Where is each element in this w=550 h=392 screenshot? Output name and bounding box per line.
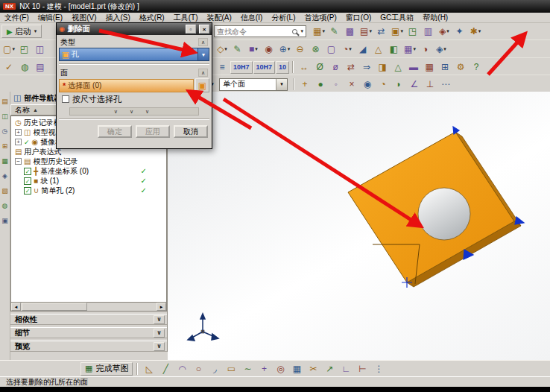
resize-face-icon[interactable]: ▬ — [406, 60, 421, 74]
intersect-icon[interactable]: ⊗ — [309, 42, 323, 56]
web-browser-icon[interactable]: ◍ — [2, 202, 8, 209]
expression-icon[interactable]: ≡ — [215, 60, 230, 74]
chevron-down-icon[interactable]: ∨ — [154, 342, 165, 351]
quick-trim-icon[interactable]: ✂ — [306, 362, 320, 376]
pattern-feature-icon[interactable]: ▦▾ — [402, 42, 417, 56]
intersection-point-icon[interactable]: × — [344, 78, 359, 91]
assembly-navigator-icon[interactable]: ▤ — [1, 98, 8, 105]
scroll-left-icon[interactable]: ◂ — [11, 303, 21, 311]
new-file-icon[interactable]: ▢▾ — [1, 42, 16, 56]
shaded-display-icon[interactable]: ◍ — [17, 60, 32, 74]
replace-face-icon[interactable]: ◨ — [375, 60, 390, 74]
arc-icon[interactable]: ◠ — [174, 362, 189, 376]
snap-grid-icon[interactable]: ⊞ — [437, 60, 452, 74]
selection-scope-combo[interactable]: 单个面 ▾ — [219, 78, 288, 91]
pattern-face-icon[interactable]: ▦ — [422, 60, 437, 74]
highlight-icon[interactable]: ✦ — [452, 25, 467, 38]
navigator-section-header[interactable]: 预览 ∨ — [10, 341, 167, 352]
more-snaps-icon[interactable]: ⋯ — [438, 78, 453, 91]
menu-item[interactable]: 格式(R) — [135, 13, 169, 23]
expand-icon[interactable]: + — [15, 129, 22, 136]
angle-snap-icon[interactable]: ∠ — [407, 78, 422, 91]
save-icon[interactable]: ◫ — [33, 42, 48, 56]
delete-face-icon[interactable]: △ — [391, 60, 405, 74]
synchronous-modeling-icon[interactable]: ✱▾ — [468, 25, 483, 38]
menu-item[interactable]: 视图(V) — [67, 13, 101, 23]
quick-extend-icon[interactable]: ↗ — [322, 362, 337, 376]
more-sketch-icon[interactable]: ⋮ — [371, 362, 386, 376]
type-section-header[interactable]: 类型 ∧ — [59, 37, 209, 48]
search-caret-icon[interactable]: ▾ — [300, 28, 303, 34]
diameter-icon[interactable]: Ø — [312, 60, 327, 74]
end-point-icon[interactable]: ● — [313, 78, 328, 91]
navigator-section-header[interactable]: 相依性 ∨ — [10, 314, 167, 325]
chevron-down-icon[interactable]: ∨ — [154, 329, 165, 338]
chevron-up-icon[interactable]: ∧ — [198, 38, 208, 46]
horizontal-scrollbar[interactable]: ◂ ▸ — [10, 302, 167, 312]
unite-icon[interactable]: ⊕▾ — [277, 42, 292, 56]
scroll-thumb[interactable] — [22, 303, 87, 311]
rapid-dimension-icon[interactable]: ⊢ — [355, 362, 370, 376]
ok-button[interactable]: 确定 — [98, 125, 132, 138]
menu-item[interactable]: 分析(L) — [267, 13, 300, 23]
hole-callout-icon[interactable]: ø — [328, 60, 343, 74]
perpendicular-snap-icon[interactable]: ⊥ — [423, 78, 437, 91]
dropdown-caret-icon[interactable]: ▼ — [197, 48, 209, 60]
finish-check-icon[interactable]: ✓ — [1, 60, 16, 74]
finish-sketch-button[interactable]: ▦ 完成草图 — [80, 362, 133, 376]
menu-item[interactable]: 窗口(O) — [341, 13, 376, 23]
history-feature-row[interactable]: ✓ ■ 块 (1) ✓ — [11, 176, 166, 186]
history-palette-icon[interactable]: ◷ — [2, 127, 8, 135]
search-input[interactable] — [217, 28, 290, 36]
studio-spline-icon[interactable]: ∼ — [240, 362, 255, 376]
pencil-icon[interactable]: ✎ — [327, 25, 342, 38]
bookmarks-icon[interactable]: ▣ — [1, 217, 8, 224]
subtract-icon[interactable]: ⊖ — [293, 42, 308, 56]
chevron-down-icon[interactable]: ∨ — [154, 315, 165, 324]
tolerance-button[interactable]: 10H7 — [253, 61, 276, 74]
select-holes-by-size-option[interactable]: 按尺寸选择孔 — [59, 92, 209, 104]
menu-item[interactable]: 文件(F) — [0, 13, 34, 23]
tolerance-button[interactable]: 10H7 — [230, 61, 253, 74]
panel-layout-icon[interactable]: ▤▾ — [358, 25, 373, 38]
navigator-section-header[interactable]: 细节 ∨ — [10, 327, 167, 338]
arc-center-icon[interactable]: ◉ — [360, 78, 375, 91]
offset-region-icon[interactable]: ⇒ — [359, 60, 374, 74]
point-icon[interactable]: + — [256, 362, 271, 376]
mirror-feature-icon[interactable]: ◑ — [418, 42, 433, 56]
dialog-titlebar[interactable]: ◉ 删除面 ▫ × — [57, 23, 212, 35]
menu-item[interactable]: 工具(T) — [169, 13, 203, 23]
feature-checkbox[interactable]: ✓ — [24, 187, 31, 195]
face-section-header[interactable]: 面 ∧ — [59, 67, 209, 78]
menu-item[interactable]: 信息(I) — [236, 13, 267, 23]
tolerance-button[interactable]: 10 — [276, 61, 289, 74]
role-icon[interactable]: ◈▾ — [437, 25, 452, 38]
draft-icon[interactable]: △ — [371, 42, 386, 56]
tree-item-model-history[interactable]: − ▤ 模型历史记录 — [11, 157, 166, 166]
menu-item[interactable]: 帮助(H) — [418, 13, 452, 23]
settings-icon[interactable]: ⚙ — [453, 60, 468, 74]
list-view-icon[interactable]: ▥ — [421, 25, 436, 38]
window-layout-icon[interactable]: ▦▾ — [312, 25, 326, 38]
menu-item[interactable]: 编辑(E) — [34, 13, 67, 23]
make-corner-icon[interactable]: ∟ — [338, 362, 353, 376]
profile-icon[interactable]: ◺ — [142, 362, 157, 376]
move-face-icon[interactable]: ⇄ — [344, 60, 358, 74]
collapse-icon[interactable]: − — [15, 158, 22, 165]
apply-button[interactable]: 应用 — [136, 125, 170, 138]
measure-icon[interactable]: ↔ — [297, 60, 312, 74]
tangent-point-icon[interactable]: ◗ — [391, 78, 406, 91]
pattern-curve-icon[interactable]: ▦ — [289, 362, 304, 376]
type-dropdown[interactable]: ▣ 孔 ▼ — [59, 48, 209, 61]
checkbox[interactable] — [62, 95, 69, 103]
scroll-track[interactable] — [21, 303, 157, 311]
rectangle-icon[interactable]: ▭ — [224, 362, 238, 376]
model-hole[interactable] — [418, 188, 470, 240]
feature-checkbox[interactable]: ✓ — [24, 177, 31, 185]
cancel-button[interactable]: 取消 — [174, 125, 208, 138]
menu-item[interactable]: 插入(S) — [101, 13, 134, 23]
edge-blend-icon[interactable]: ◔▾ — [340, 42, 355, 56]
feature-checkbox[interactable]: ✓ — [24, 168, 31, 175]
part-navigator-icon[interactable]: ◫ — [1, 113, 8, 120]
menu-item[interactable]: 首选项(P) — [300, 13, 341, 23]
